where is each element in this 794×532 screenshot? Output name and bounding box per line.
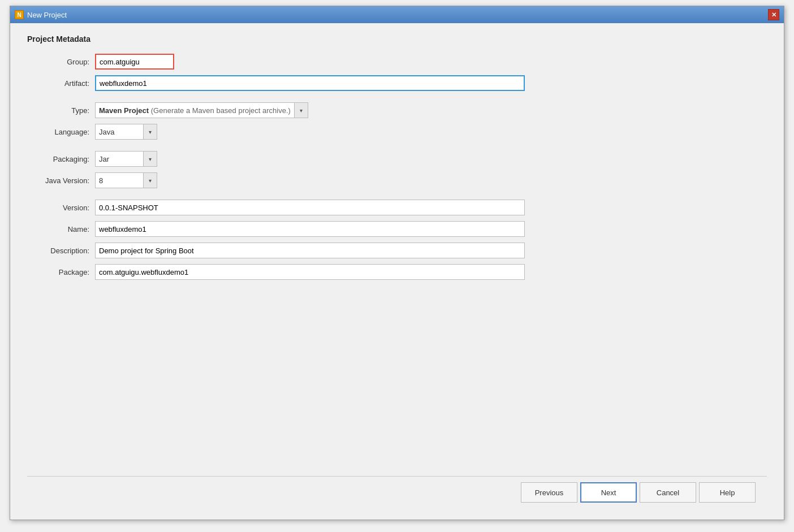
packaging-row: Packaging: Jar ▾ — [27, 151, 767, 167]
help-button[interactable]: Help — [699, 482, 756, 503]
language-row: Language: Java ▾ — [27, 124, 767, 140]
language-select[interactable]: Java ▾ — [95, 124, 157, 140]
packaging-dropdown-arrow[interactable]: ▾ — [143, 152, 157, 166]
name-row: Name: — [27, 221, 767, 237]
package-row: Package: — [27, 264, 767, 280]
version-row: Version: — [27, 200, 767, 215]
version-input[interactable] — [95, 200, 525, 215]
packaging-value: Jar — [96, 153, 143, 165]
java-version-label: Java Version: — [27, 176, 95, 185]
close-button[interactable]: ✕ — [768, 9, 779, 20]
java-version-value: 8 — [96, 175, 143, 187]
form-area: Project Metadata Group: Artifact: Type: … — [27, 34, 767, 476]
language-value: Java — [96, 126, 143, 138]
type-dropdown-arrow[interactable]: ▾ — [294, 103, 308, 118]
group-label: Group: — [27, 58, 95, 66]
window-icon: N — [15, 10, 24, 19]
previous-button[interactable]: Previous — [521, 482, 577, 503]
type-select-wrapper[interactable]: Maven Project (Generate a Maven based pr… — [95, 102, 308, 118]
title-bar: N New Project ✕ — [10, 6, 784, 23]
name-label: Name: — [27, 225, 95, 233]
title-bar-left: N New Project — [15, 10, 67, 19]
type-select-text: Maven Project (Generate a Maven based pr… — [96, 105, 294, 116]
language-label: Language: — [27, 128, 95, 136]
type-label: Type: — [27, 106, 95, 115]
language-dropdown-arrow[interactable]: ▾ — [143, 124, 157, 139]
group-row: Group: — [27, 54, 767, 70]
version-label: Version: — [27, 204, 95, 212]
cancel-button[interactable]: Cancel — [640, 482, 696, 503]
package-input[interactable] — [95, 264, 525, 280]
description-label: Description: — [27, 246, 95, 255]
type-bold: Maven Project — [99, 106, 149, 115]
type-row: Type: Maven Project (Generate a Maven ba… — [27, 102, 767, 118]
packaging-label: Packaging: — [27, 155, 95, 163]
bottom-bar: Previous Next Cancel Help — [27, 476, 767, 508]
java-version-select[interactable]: 8 ▾ — [95, 172, 157, 188]
artifact-input[interactable] — [95, 75, 525, 91]
artifact-row: Artifact: — [27, 75, 767, 91]
new-project-window: N New Project ✕ Project Metadata Group: … — [10, 6, 784, 520]
artifact-label: Artifact: — [27, 79, 95, 88]
name-input[interactable] — [95, 221, 525, 237]
type-normal: (Generate a Maven based project archive.… — [151, 106, 291, 115]
package-label: Package: — [27, 268, 95, 276]
java-version-row: Java Version: 8 ▾ — [27, 172, 767, 188]
java-version-dropdown-arrow[interactable]: ▾ — [143, 173, 157, 188]
section-title: Project Metadata — [27, 34, 767, 44]
description-input[interactable] — [95, 243, 525, 258]
window-title: New Project — [27, 11, 67, 19]
packaging-select[interactable]: Jar ▾ — [95, 151, 157, 167]
next-button[interactable]: Next — [580, 482, 637, 503]
content-area: Project Metadata Group: Artifact: Type: … — [10, 23, 784, 520]
description-row: Description: — [27, 243, 767, 258]
group-input[interactable] — [95, 54, 174, 70]
